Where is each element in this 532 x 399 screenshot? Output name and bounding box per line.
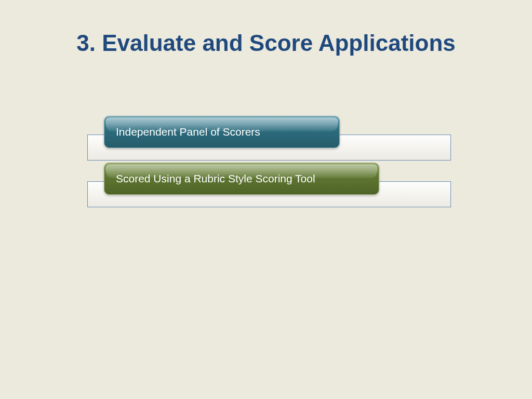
slide-title: 3. Evaluate and Score Applications [0,0,532,56]
item-label: Independent Panel of Scorers [116,126,260,138]
content-area: Independent Panel of Scorers Scored Usin… [87,116,451,209]
list-item: Independent Panel of Scorers [87,116,451,163]
item-label: Scored Using a Rubric Style Scoring Tool [116,172,315,185]
list-item: Scored Using a Rubric Style Scoring Tool [87,163,451,209]
item-box-rubric: Scored Using a Rubric Style Scoring Tool [104,163,379,195]
item-box-scorers: Independent Panel of Scorers [104,116,340,148]
